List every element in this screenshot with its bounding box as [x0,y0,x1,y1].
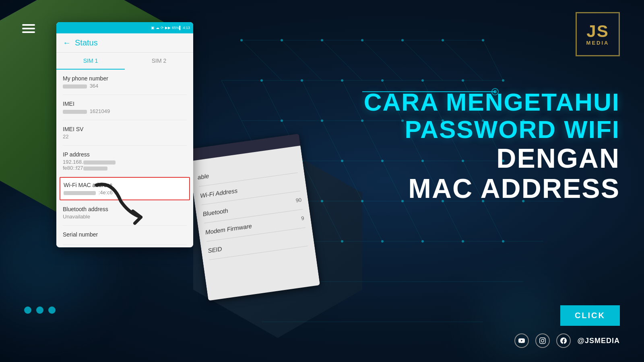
list-item: IP address 192.168. fe80::f27 [63,146,187,177]
blurred-ip [83,160,116,165]
dot-1 [24,306,31,314]
imei-label: IMEI [63,101,187,107]
back-arrow-icon[interactable]: ← [63,38,71,47]
blurred-value [63,110,87,114]
ip-value: 192.168. [63,159,187,165]
serial-label: Serial number [63,231,187,238]
arrow-pointer [89,177,149,225]
ip-label: IP address [63,151,187,158]
dot-3 [48,306,56,314]
phone-number-value: 364 [63,83,187,89]
imei-sv-value: 22 [63,134,187,140]
click-button[interactable]: CLICK [560,305,620,326]
second-item-label-2: Bluetooth [202,207,228,218]
facebook-icon[interactable] [556,333,571,348]
phone-second-content: able Wi-Fi Address Bluetooth 90 Modem Fi… [189,146,320,301]
second-item-label-1: Wi-Fi Address [200,187,238,199]
phone-status-bar: ▣☁⟳▶▶65%▌4:13 [56,22,193,33]
list-item: IMEI SV 22 [63,120,187,146]
menu-icon[interactable] [22,22,35,35]
phone-screen-title: Status [75,38,98,47]
instagram-icon[interactable] [535,333,550,348]
list-item: My phone number 364 [63,70,187,95]
second-item-label-4: SEID [207,245,222,254]
dot-2 [36,306,43,314]
main-title: CARA MENGETAHUI PASSWORD WIFI DENGAN MAC… [364,88,620,204]
imei-sv-label: IMEI SV [63,126,187,132]
phone-header: ← Status [56,33,193,53]
title-line1: CARA MENGETAHUI [364,88,620,116]
youtube-icon[interactable] [514,333,529,348]
second-item-value-3: 9 [301,215,305,222]
logo-media-text: MEDIA [586,40,609,46]
blurred-value [63,84,87,88]
title-line4: MAC ADDRESS [408,173,620,204]
dots-decoration [24,306,56,314]
status-icons: ▣☁⟳▶▶65%▌4:13 [151,26,190,30]
phone-number-label: My phone number [63,75,187,82]
blurred-ip2 [83,167,107,171]
menu-line-2 [22,28,35,29]
phone-tabs: SIM 1 SIM 2 [56,53,193,70]
second-item-value-2: 90 [295,197,302,204]
tab-sim1[interactable]: SIM 1 [56,53,125,70]
list-item: Serial number [63,226,187,245]
title-line3: DENGAN [496,143,620,173]
logo: JS MEDIA [576,12,620,56]
second-item-label-3: Modem Firmware [205,222,252,236]
title-line2: PASSWORD WIFI [405,116,620,143]
imei-value: 1621049 [63,108,187,114]
phone-second: able Wi-Fi Address Bluetooth 90 Modem Fi… [187,134,320,300]
tab-sim2[interactable]: SIM 2 [125,53,193,70]
social-handle: @JSMEDIA [577,337,620,345]
ip-value-2: fe80::f27 [63,165,187,171]
logo-js-text: JS [586,23,609,40]
menu-line-1 [22,24,35,26]
list-item: IMEI 1621049 [63,95,187,120]
second-item-label-0: able [197,173,209,181]
menu-line-3 [22,31,35,33]
social-bar: @JSMEDIA [514,333,620,348]
